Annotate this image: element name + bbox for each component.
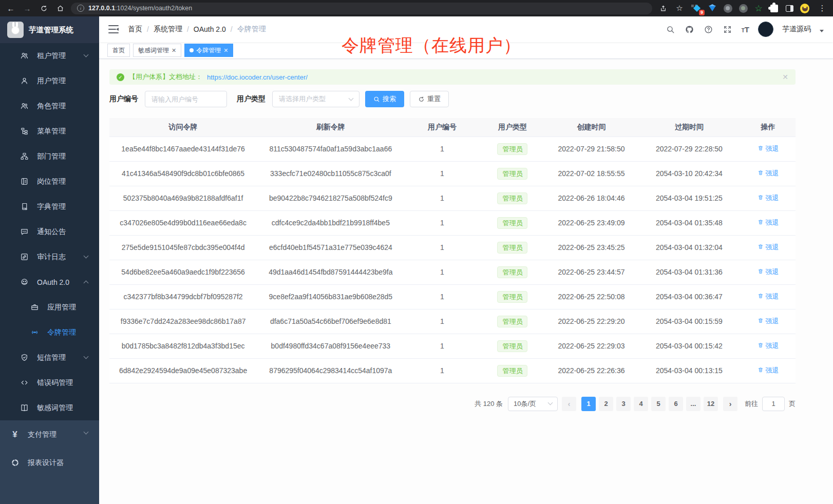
sidebar-item-post-badge[interactable]: 岗位管理 bbox=[0, 169, 99, 194]
sidebar-item-role-users[interactable]: 角色管理 bbox=[0, 93, 99, 119]
tenant-users-icon bbox=[20, 51, 29, 61]
forward-icon[interactable]: → bbox=[22, 3, 33, 14]
collapse-sidebar-icon[interactable] bbox=[108, 25, 119, 33]
force-logout-button[interactable]: 强退 bbox=[758, 341, 779, 351]
prev-page-button[interactable]: ‹ bbox=[562, 397, 576, 411]
chevron-down-icon[interactable] bbox=[820, 30, 824, 32]
site-info-icon[interactable]: i bbox=[77, 5, 84, 12]
page-button-6[interactable]: 6 bbox=[669, 397, 683, 411]
home-icon[interactable] bbox=[54, 3, 66, 14]
force-logout-button[interactable]: 强退 bbox=[758, 243, 779, 252]
tab-active[interactable]: 令牌管理✕ bbox=[184, 44, 233, 57]
extension-gem-icon[interactable] bbox=[708, 4, 717, 13]
extension-star-icon[interactable]: ☆ bbox=[754, 4, 763, 13]
sidebar-item-tenant-users[interactable]: 租户管理 bbox=[0, 43, 99, 68]
force-logout-button[interactable]: 强退 bbox=[758, 144, 779, 153]
sidebar-item-user[interactable]: 用户管理 bbox=[0, 68, 99, 93]
github-icon[interactable] bbox=[685, 24, 695, 34]
user-type-cell: 管理员 bbox=[480, 260, 545, 284]
sidebar-item-audit-log[interactable]: 审计日志 bbox=[0, 244, 99, 269]
tab-item[interactable]: 敏感词管理✕ bbox=[133, 44, 181, 57]
user-type-select[interactable]: 请选择用户类型 bbox=[272, 91, 359, 107]
expire-time-cell: 2054-03-04 01:31:36 bbox=[638, 260, 741, 284]
user-type-placeholder: 请选择用户类型 bbox=[279, 94, 326, 104]
font-size-icon[interactable]: TT bbox=[742, 25, 749, 34]
post-badge-icon bbox=[20, 177, 29, 186]
tab-close-icon[interactable]: ✕ bbox=[223, 48, 228, 53]
next-page-button[interactable]: › bbox=[723, 397, 737, 411]
expire-time-cell: 2022-07-29 22:28:50 bbox=[638, 137, 741, 161]
side-panel-icon[interactable] bbox=[785, 4, 794, 13]
fullscreen-icon[interactable] bbox=[723, 24, 733, 34]
tab-close-icon[interactable]: ✕ bbox=[172, 48, 176, 53]
page-size-select[interactable]: 10条/页 bbox=[508, 397, 558, 411]
force-logout-button[interactable]: 强退 bbox=[758, 169, 779, 178]
goto-page-input[interactable] bbox=[762, 397, 785, 411]
force-logout-button[interactable]: 强退 bbox=[758, 317, 779, 326]
sidebar-item-report-circle[interactable]: 报表设计器 bbox=[0, 449, 99, 477]
force-logout-button[interactable]: 强退 bbox=[758, 193, 779, 203]
sidebar-item-app-briefcase[interactable]: 应用管理 bbox=[0, 295, 99, 320]
sidebar-item-code[interactable]: 错误码管理 bbox=[0, 370, 99, 395]
breadcrumb-item[interactable]: OAuth 2.0 bbox=[194, 25, 226, 33]
more-pages-button[interactable]: ... bbox=[686, 397, 701, 411]
extension-record-icon[interactable] bbox=[739, 4, 748, 13]
sidebar-logo-bar[interactable]: 芋道管理系统 bbox=[0, 16, 99, 43]
created-time-cell: 2022-06-26 18:04:46 bbox=[545, 186, 637, 210]
sidebar-item-oauth-face[interactable]: OAuth 2.0 bbox=[0, 269, 99, 295]
user-id-input[interactable] bbox=[145, 91, 227, 107]
page-button-5[interactable]: 5 bbox=[651, 397, 666, 411]
force-logout-button[interactable]: 强退 bbox=[758, 218, 779, 227]
extension-command-icon[interactable] bbox=[723, 4, 732, 13]
browser-menu-icon[interactable]: ⋮ bbox=[817, 3, 828, 14]
force-logout-button[interactable]: 强退 bbox=[758, 366, 779, 375]
reload-icon[interactable] bbox=[38, 3, 49, 14]
sidebar-item-label: 审计日志 bbox=[37, 253, 66, 262]
doc-link[interactable]: https://doc.iocoder.cn/user-center/ bbox=[207, 73, 308, 81]
action-cell: 强退 bbox=[741, 137, 796, 161]
share-icon[interactable] bbox=[657, 3, 669, 14]
bookmark-star-icon[interactable]: ☆ bbox=[674, 3, 685, 14]
breadcrumb-item[interactable]: 系统管理 bbox=[154, 25, 182, 34]
user-name[interactable]: 芋道源码 bbox=[782, 25, 811, 34]
sidebar-item-open-book[interactable]: 敏感词管理 bbox=[0, 395, 99, 420]
trash-icon bbox=[758, 219, 764, 227]
url-bar[interactable]: i 127.0.0.1:1024/system/oauth2/token bbox=[71, 3, 652, 14]
sidebar-item-dict-book[interactable]: 字典管理 bbox=[0, 194, 99, 219]
user-id-cell: 1 bbox=[404, 309, 480, 334]
search-icon[interactable] bbox=[666, 24, 676, 34]
sidebar-item-menu-tree[interactable]: 菜单管理 bbox=[0, 119, 99, 144]
profile-emoji-icon[interactable] bbox=[800, 4, 809, 13]
sidebar-item-sms-shield[interactable]: 短信管理 bbox=[0, 345, 99, 370]
page-button-3[interactable]: 3 bbox=[616, 397, 631, 411]
back-icon[interactable]: ← bbox=[5, 3, 16, 14]
table-row: 54d6be82ee5a460a9aedc1f9bf22365649d1aa46… bbox=[109, 260, 796, 284]
page-button-1[interactable]: 1 bbox=[581, 397, 596, 411]
sidebar-item-org-chart[interactable]: 部门管理 bbox=[0, 144, 99, 169]
success-check-icon: ✓ bbox=[117, 73, 124, 81]
avatar[interactable] bbox=[758, 22, 773, 37]
breadcrumb-item[interactable]: 首页 bbox=[128, 25, 142, 34]
column-header: 创建时间 bbox=[545, 118, 637, 137]
extension-diamond-icon[interactable]: 9 bbox=[692, 4, 702, 13]
sidebar-item-notice-chat[interactable]: 通知公告 bbox=[0, 219, 99, 244]
reset-button[interactable]: 重置 bbox=[410, 91, 449, 107]
tab-item[interactable]: 首页 bbox=[107, 44, 130, 57]
force-logout-button[interactable]: 强退 bbox=[758, 267, 779, 277]
refresh-token-cell: 9ce8ef2aa9f14056b831ae9b608e28d5 bbox=[257, 284, 404, 309]
help-icon[interactable] bbox=[704, 24, 714, 34]
extensions-puzzle-icon[interactable] bbox=[769, 4, 779, 13]
sms-shield-icon bbox=[20, 353, 29, 362]
sidebar-item-label: 敏感词管理 bbox=[37, 403, 73, 413]
sidebar: 芋道管理系统 租户管理用户管理角色管理菜单管理部门管理岗位管理字典管理通知公告审… bbox=[0, 16, 99, 504]
sidebar-item-yen[interactable]: ¥支付管理 bbox=[0, 420, 99, 449]
page-button-4[interactable]: 4 bbox=[634, 397, 648, 411]
page-button-12[interactable]: 12 bbox=[704, 397, 718, 411]
created-time-cell: 2022-06-25 23:44:57 bbox=[545, 260, 637, 284]
sidebar-item-token-signal[interactable]: 令牌管理 bbox=[0, 320, 99, 345]
page-button-2[interactable]: 2 bbox=[599, 397, 613, 411]
force-logout-button[interactable]: 强退 bbox=[758, 292, 779, 301]
search-button[interactable]: 搜索 bbox=[365, 91, 404, 107]
alert-close-icon[interactable]: ✕ bbox=[782, 73, 788, 81]
access-token-cell: 502375b8040a469a9b82188afdf6af1f bbox=[109, 186, 257, 210]
